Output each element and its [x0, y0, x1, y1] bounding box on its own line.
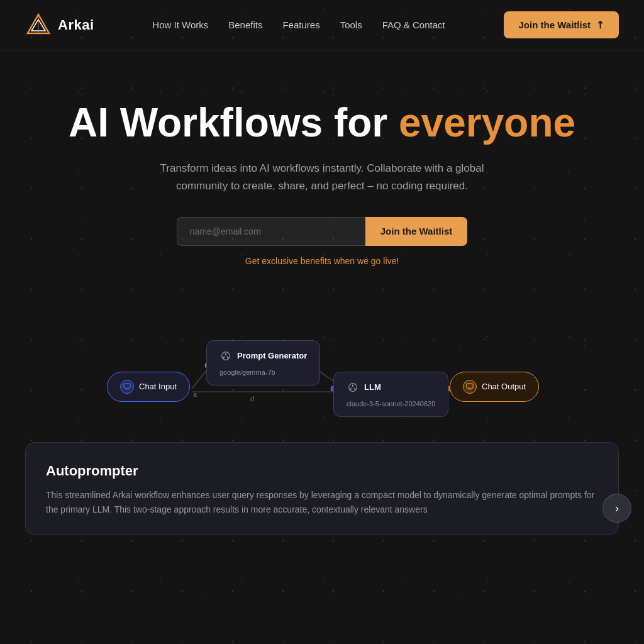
chat-input-label: Chat Input	[139, 382, 177, 391]
hero-title-text: AI Workflows for	[69, 100, 399, 145]
prompt-generator-icon	[219, 350, 232, 362]
next-button[interactable]: ›	[602, 494, 631, 523]
workflow-node-llm: LLM claude-3-5-sonnet-20240620	[333, 372, 448, 417]
svg-point-21	[352, 384, 353, 386]
workflow-node-chat-output: Chat Output	[450, 372, 539, 402]
nav-link-benefits[interactable]: Benefits	[228, 19, 262, 30]
hero-subtitle: Transform ideas into AI workflows instan…	[152, 160, 492, 194]
logo-text: Arkai	[58, 17, 94, 33]
nav-link-tools[interactable]: Tools	[340, 19, 362, 30]
svg-point-17	[227, 357, 228, 358]
llm-sublabel: claude-3-5-sonnet-20240620	[347, 400, 435, 408]
hero-title: AI Workflows for everyone	[25, 101, 619, 145]
line-label-a: a	[193, 391, 197, 398]
svg-point-22	[350, 388, 352, 389]
workflow-section: a b c d Chat Input	[0, 291, 644, 430]
workflow-canvas: a b c d Chat Input	[0, 316, 644, 442]
hero-email-input[interactable]	[177, 217, 365, 246]
autoprompter-description: This streamlined Arkai workflow enhances…	[46, 488, 598, 517]
nav-link-features[interactable]: Features	[282, 19, 319, 30]
svg-line-25	[353, 386, 355, 388]
hero-benefit-text: Get exclusive benefits when we go live!	[25, 256, 619, 266]
llm-icon	[347, 381, 359, 394]
llm-header: LLM	[347, 381, 381, 394]
prompt-generator-header: Prompt Generator	[219, 350, 307, 362]
bottom-section: Autoprompter This streamlined Arkai work…	[0, 430, 644, 535]
hero-title-accent: everyone	[399, 100, 575, 145]
hero-join-waitlist-button[interactable]: Join the Waitlist	[365, 217, 467, 246]
navbar: Arkai How It Works Benefits Features Too…	[0, 0, 644, 50]
llm-label: LLM	[364, 382, 381, 392]
arkai-logo-icon	[25, 12, 52, 38]
svg-rect-13	[124, 384, 131, 389]
chat-output-label: Chat Output	[482, 382, 526, 391]
svg-point-23	[354, 388, 355, 389]
svg-line-24	[351, 386, 353, 388]
nav-link-how-it-works[interactable]: How It Works	[152, 19, 208, 30]
workflow-node-prompt-generator: Prompt Generator google/gemma-7b	[206, 340, 320, 386]
workflow-connections-svg	[0, 316, 644, 442]
autoprompter-title: Autoprompter	[46, 463, 598, 479]
svg-line-18	[224, 355, 226, 357]
nav-join-waitlist-button[interactable]: Join the Waitlist ↗	[504, 11, 619, 38]
nav-cta-arrow-icon: ↗	[592, 18, 607, 32]
svg-line-19	[226, 355, 228, 357]
autoprompter-card: Autoprompter This streamlined Arkai work…	[25, 442, 619, 535]
chat-output-icon	[463, 380, 477, 394]
prompt-generator-label: Prompt Generator	[237, 351, 307, 360]
hero-email-form: Join the Waitlist	[25, 217, 619, 246]
next-icon: ›	[615, 502, 619, 515]
prompt-generator-sublabel: google/gemma-7b	[219, 369, 275, 376]
logo[interactable]: Arkai	[25, 12, 94, 38]
hero-section: AI Workflows for everyone Transform idea…	[0, 50, 644, 291]
svg-point-14	[222, 352, 230, 360]
nav-link-faq[interactable]: FAQ & Contact	[382, 19, 445, 30]
svg-rect-26	[467, 384, 474, 389]
nav-links: How It Works Benefits Features Tools FAQ…	[152, 19, 445, 31]
svg-point-20	[349, 383, 357, 391]
line-label-d: d	[250, 395, 254, 402]
svg-point-15	[225, 353, 226, 354]
chat-input-icon	[120, 380, 134, 394]
workflow-node-chat-input: Chat Input	[107, 372, 190, 402]
svg-point-16	[223, 357, 225, 358]
